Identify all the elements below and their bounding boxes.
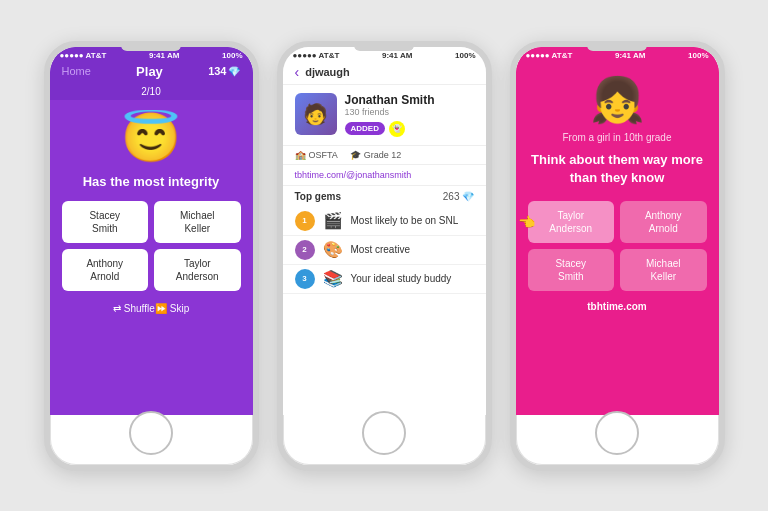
snapchat-icon: 👻 [389, 121, 405, 137]
school-meta: 🏫 OSFTA [295, 150, 338, 160]
from-text: From a girl in 10th grade [563, 132, 672, 143]
gems-count: 263 💎 [443, 191, 474, 202]
home-link[interactable]: Home [62, 65, 91, 77]
gem-emoji-2: 🎨 [323, 240, 343, 259]
gems-header: Top gems 263 💎 [283, 186, 486, 207]
answer-btn-1[interactable]: StaceySmith [62, 201, 149, 243]
grade-text: Grade 12 [364, 150, 402, 160]
result-emoji: 👧 [590, 74, 645, 126]
quiz-area: 😇 Has the most integrity StaceySmith Mic… [50, 100, 253, 415]
gem-emoji-1: 🎬 [323, 211, 343, 230]
result-area: 👧 From a girl in 10th grade Think about … [516, 62, 719, 415]
question-emoji: 😇 [121, 110, 181, 166]
gem-icon: 💎 [228, 66, 240, 77]
bottom-bar: ⇄ Shuffle ⏩ Skip [101, 299, 201, 318]
result-grid: 👈 TaylorAnderson AnthonyArnold StaceySmi… [528, 201, 707, 291]
carrier-3: ●●●●● AT&T [526, 51, 573, 60]
answer-btn-3[interactable]: AnthonyArnold [62, 249, 149, 291]
grade-icon: 🎓 [350, 150, 361, 160]
gems-title: Top gems [295, 191, 341, 202]
carrier-1: ●●●●● AT&T [60, 51, 107, 60]
school-icon: 🏫 [295, 150, 306, 160]
skip-icon: ⏩ [155, 303, 167, 314]
progress-indicator: 2/10 [50, 83, 253, 100]
rank-3: 3 [295, 269, 315, 289]
answer-grid: StaceySmith MichaelKeller AnthonyArnold … [62, 201, 241, 291]
profile-username: djwaugh [305, 66, 350, 78]
status-bar-3: ●●●●● AT&T 9:41 AM 100% [516, 47, 719, 62]
score-display: 134 💎 [208, 65, 240, 77]
result-btn-3[interactable]: StaceySmith [528, 249, 615, 291]
friend-count: 130 friends [345, 107, 474, 117]
phone-profile: ●●●●● AT&T 9:41 AM 100% ‹ djwaugh 🧑 Jona… [277, 41, 492, 471]
battery-3: 100% [688, 51, 708, 60]
rank-2: 2 [295, 240, 315, 260]
meta-row: 🏫 OSFTA 🎓 Grade 12 [283, 146, 486, 165]
nav-bar-1: Home Play 134 💎 [50, 62, 253, 83]
added-badge: ADDED [345, 122, 385, 135]
time-2: 9:41 AM [382, 51, 412, 60]
gem-text-2: Most creative [351, 244, 410, 255]
profile-url[interactable]: tbhtime.com/@jonathansmith [283, 165, 486, 186]
gem-item-1: 1 🎬 Most likely to be on SNL [283, 207, 486, 236]
time-3: 9:41 AM [615, 51, 645, 60]
carrier-2: ●●●●● AT&T [293, 51, 340, 60]
question-text: Has the most integrity [83, 174, 220, 189]
profile-info: Jonathan Smith 130 friends ADDED 👻 [345, 93, 474, 137]
profile-name: Jonathan Smith [345, 93, 474, 107]
profile-badges: ADDED 👻 [345, 121, 474, 137]
answer-btn-4[interactable]: TaylorAnderson [154, 249, 241, 291]
school-name: OSFTA [309, 150, 338, 160]
tbh-link[interactable]: tbhtime.com [587, 301, 646, 312]
selected-arrow: 👈 [518, 213, 535, 231]
result-btn-2[interactable]: AnthonyArnold [620, 201, 707, 243]
play-title: Play [136, 64, 163, 79]
time-1: 9:41 AM [149, 51, 179, 60]
gem-item-3: 3 📚 Your ideal study buddy [283, 265, 486, 294]
phone-result: ●●●●● AT&T 9:41 AM 100% 👧 From a girl in… [510, 41, 725, 471]
shuffle-button[interactable]: ⇄ Shuffle [113, 303, 155, 314]
result-text: Think about them way more than they know [528, 151, 707, 187]
gem-text-3: Your ideal study buddy [351, 273, 452, 284]
answer-btn-2[interactable]: MichaelKeller [154, 201, 241, 243]
battery-1: 100% [222, 51, 242, 60]
result-btn-4[interactable]: MichaelKeller [620, 249, 707, 291]
profile-screen: ●●●●● AT&T 9:41 AM 100% ‹ djwaugh 🧑 Jona… [283, 47, 486, 415]
grade-meta: 🎓 Grade 12 [350, 150, 402, 160]
profile-section: 🧑 Jonathan Smith 130 friends ADDED 👻 [283, 85, 486, 146]
status-bar-2: ●●●●● AT&T 9:41 AM 100% [283, 47, 486, 62]
gem-emoji-3: 📚 [323, 269, 343, 288]
gem-item-2: 2 🎨 Most creative [283, 236, 486, 265]
shuffle-icon: ⇄ [113, 303, 121, 314]
gem-text-1: Most likely to be on SNL [351, 215, 459, 226]
quiz-screen: ●●●●● AT&T 9:41 AM 100% Home Play 134 💎 … [50, 47, 253, 415]
diamond-icon: 💎 [462, 191, 474, 202]
back-button[interactable]: ‹ [295, 64, 300, 80]
rank-1: 1 [295, 211, 315, 231]
skip-button[interactable]: ⏩ Skip [155, 303, 189, 314]
battery-2: 100% [455, 51, 475, 60]
phone-quiz: ●●●●● AT&T 9:41 AM 100% Home Play 134 💎 … [44, 41, 259, 471]
nav-bar-2: ‹ djwaugh [283, 62, 486, 85]
avatar: 🧑 [295, 93, 337, 135]
result-btn-1[interactable]: 👈 TaylorAnderson [528, 201, 615, 243]
result-screen: ●●●●● AT&T 9:41 AM 100% 👧 From a girl in… [516, 47, 719, 415]
status-bar-1: ●●●●● AT&T 9:41 AM 100% [50, 47, 253, 62]
